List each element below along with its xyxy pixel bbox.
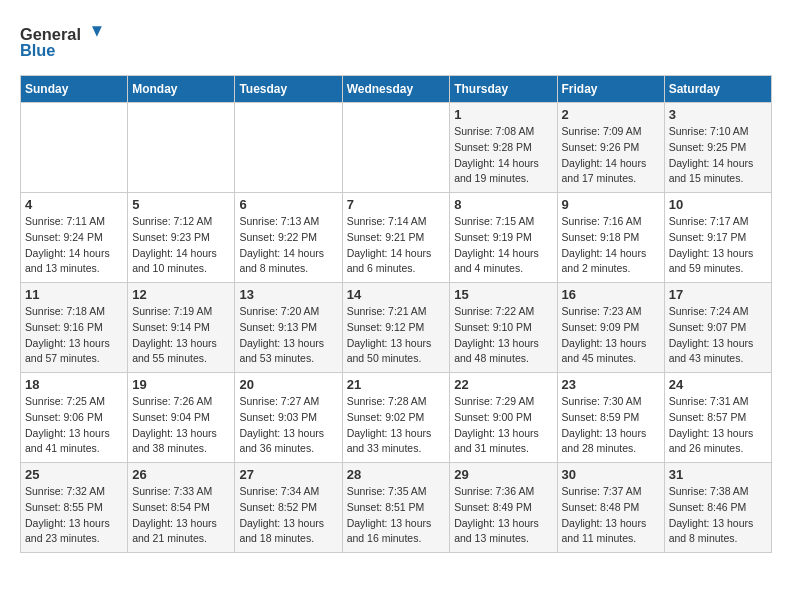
- day-number: 13: [239, 287, 337, 302]
- day-number: 3: [669, 107, 767, 122]
- day-info: Sunrise: 7:22 AMSunset: 9:10 PMDaylight:…: [454, 304, 552, 367]
- calendar-cell: 19Sunrise: 7:26 AMSunset: 9:04 PMDayligh…: [128, 373, 235, 463]
- day-number: 14: [347, 287, 446, 302]
- svg-text:Blue: Blue: [20, 41, 55, 59]
- weekday-header-friday: Friday: [557, 76, 664, 103]
- calendar-cell: 14Sunrise: 7:21 AMSunset: 9:12 PMDayligh…: [342, 283, 450, 373]
- calendar-cell: 23Sunrise: 7:30 AMSunset: 8:59 PMDayligh…: [557, 373, 664, 463]
- calendar-cell: 2Sunrise: 7:09 AMSunset: 9:26 PMDaylight…: [557, 103, 664, 193]
- calendar-cell: 21Sunrise: 7:28 AMSunset: 9:02 PMDayligh…: [342, 373, 450, 463]
- day-info: Sunrise: 7:33 AMSunset: 8:54 PMDaylight:…: [132, 484, 230, 547]
- calendar-cell: 7Sunrise: 7:14 AMSunset: 9:21 PMDaylight…: [342, 193, 450, 283]
- day-number: 7: [347, 197, 446, 212]
- calendar-week-row: 25Sunrise: 7:32 AMSunset: 8:55 PMDayligh…: [21, 463, 772, 553]
- weekday-header-wednesday: Wednesday: [342, 76, 450, 103]
- day-number: 23: [562, 377, 660, 392]
- day-info: Sunrise: 7:32 AMSunset: 8:55 PMDaylight:…: [25, 484, 123, 547]
- weekday-header-sunday: Sunday: [21, 76, 128, 103]
- weekday-header-monday: Monday: [128, 76, 235, 103]
- calendar-cell: 16Sunrise: 7:23 AMSunset: 9:09 PMDayligh…: [557, 283, 664, 373]
- day-number: 6: [239, 197, 337, 212]
- calendar-cell: 28Sunrise: 7:35 AMSunset: 8:51 PMDayligh…: [342, 463, 450, 553]
- day-number: 29: [454, 467, 552, 482]
- day-info: Sunrise: 7:19 AMSunset: 9:14 PMDaylight:…: [132, 304, 230, 367]
- day-info: Sunrise: 7:09 AMSunset: 9:26 PMDaylight:…: [562, 124, 660, 187]
- day-info: Sunrise: 7:10 AMSunset: 9:25 PMDaylight:…: [669, 124, 767, 187]
- calendar-cell: 13Sunrise: 7:20 AMSunset: 9:13 PMDayligh…: [235, 283, 342, 373]
- calendar-week-row: 1Sunrise: 7:08 AMSunset: 9:28 PMDaylight…: [21, 103, 772, 193]
- calendar-cell: 1Sunrise: 7:08 AMSunset: 9:28 PMDaylight…: [450, 103, 557, 193]
- weekday-header-thursday: Thursday: [450, 76, 557, 103]
- day-info: Sunrise: 7:21 AMSunset: 9:12 PMDaylight:…: [347, 304, 446, 367]
- day-info: Sunrise: 7:36 AMSunset: 8:49 PMDaylight:…: [454, 484, 552, 547]
- calendar-cell: [21, 103, 128, 193]
- day-info: Sunrise: 7:31 AMSunset: 8:57 PMDaylight:…: [669, 394, 767, 457]
- day-info: Sunrise: 7:13 AMSunset: 9:22 PMDaylight:…: [239, 214, 337, 277]
- day-number: 4: [25, 197, 123, 212]
- day-number: 30: [562, 467, 660, 482]
- day-info: Sunrise: 7:11 AMSunset: 9:24 PMDaylight:…: [25, 214, 123, 277]
- calendar-cell: 18Sunrise: 7:25 AMSunset: 9:06 PMDayligh…: [21, 373, 128, 463]
- calendar-cell: 12Sunrise: 7:19 AMSunset: 9:14 PMDayligh…: [128, 283, 235, 373]
- day-number: 27: [239, 467, 337, 482]
- day-number: 16: [562, 287, 660, 302]
- day-number: 28: [347, 467, 446, 482]
- calendar-cell: 22Sunrise: 7:29 AMSunset: 9:00 PMDayligh…: [450, 373, 557, 463]
- day-number: 11: [25, 287, 123, 302]
- calendar-cell: [128, 103, 235, 193]
- day-number: 22: [454, 377, 552, 392]
- svg-marker-2: [92, 26, 102, 37]
- calendar-cell: [235, 103, 342, 193]
- calendar-cell: 30Sunrise: 7:37 AMSunset: 8:48 PMDayligh…: [557, 463, 664, 553]
- day-info: Sunrise: 7:25 AMSunset: 9:06 PMDaylight:…: [25, 394, 123, 457]
- day-info: Sunrise: 7:29 AMSunset: 9:00 PMDaylight:…: [454, 394, 552, 457]
- day-info: Sunrise: 7:18 AMSunset: 9:16 PMDaylight:…: [25, 304, 123, 367]
- day-number: 17: [669, 287, 767, 302]
- calendar-cell: 4Sunrise: 7:11 AMSunset: 9:24 PMDaylight…: [21, 193, 128, 283]
- day-info: Sunrise: 7:14 AMSunset: 9:21 PMDaylight:…: [347, 214, 446, 277]
- calendar-cell: 17Sunrise: 7:24 AMSunset: 9:07 PMDayligh…: [664, 283, 771, 373]
- day-number: 5: [132, 197, 230, 212]
- day-number: 8: [454, 197, 552, 212]
- day-info: Sunrise: 7:35 AMSunset: 8:51 PMDaylight:…: [347, 484, 446, 547]
- day-info: Sunrise: 7:28 AMSunset: 9:02 PMDaylight:…: [347, 394, 446, 457]
- calendar-cell: 9Sunrise: 7:16 AMSunset: 9:18 PMDaylight…: [557, 193, 664, 283]
- day-number: 9: [562, 197, 660, 212]
- day-number: 25: [25, 467, 123, 482]
- calendar-cell: 25Sunrise: 7:32 AMSunset: 8:55 PMDayligh…: [21, 463, 128, 553]
- calendar-cell: 6Sunrise: 7:13 AMSunset: 9:22 PMDaylight…: [235, 193, 342, 283]
- calendar-cell: 10Sunrise: 7:17 AMSunset: 9:17 PMDayligh…: [664, 193, 771, 283]
- page-header: General Blue: [20, 20, 772, 65]
- day-number: 21: [347, 377, 446, 392]
- calendar-cell: [342, 103, 450, 193]
- calendar-table: SundayMondayTuesdayWednesdayThursdayFrid…: [20, 75, 772, 553]
- day-number: 18: [25, 377, 123, 392]
- day-number: 12: [132, 287, 230, 302]
- calendar-cell: 26Sunrise: 7:33 AMSunset: 8:54 PMDayligh…: [128, 463, 235, 553]
- calendar-week-row: 18Sunrise: 7:25 AMSunset: 9:06 PMDayligh…: [21, 373, 772, 463]
- day-info: Sunrise: 7:30 AMSunset: 8:59 PMDaylight:…: [562, 394, 660, 457]
- calendar-cell: 27Sunrise: 7:34 AMSunset: 8:52 PMDayligh…: [235, 463, 342, 553]
- day-info: Sunrise: 7:27 AMSunset: 9:03 PMDaylight:…: [239, 394, 337, 457]
- calendar-cell: 8Sunrise: 7:15 AMSunset: 9:19 PMDaylight…: [450, 193, 557, 283]
- weekday-header-tuesday: Tuesday: [235, 76, 342, 103]
- day-info: Sunrise: 7:23 AMSunset: 9:09 PMDaylight:…: [562, 304, 660, 367]
- day-number: 26: [132, 467, 230, 482]
- day-number: 24: [669, 377, 767, 392]
- calendar-cell: 5Sunrise: 7:12 AMSunset: 9:23 PMDaylight…: [128, 193, 235, 283]
- calendar-cell: 15Sunrise: 7:22 AMSunset: 9:10 PMDayligh…: [450, 283, 557, 373]
- day-number: 2: [562, 107, 660, 122]
- calendar-cell: 3Sunrise: 7:10 AMSunset: 9:25 PMDaylight…: [664, 103, 771, 193]
- calendar-week-row: 11Sunrise: 7:18 AMSunset: 9:16 PMDayligh…: [21, 283, 772, 373]
- day-info: Sunrise: 7:17 AMSunset: 9:17 PMDaylight:…: [669, 214, 767, 277]
- day-info: Sunrise: 7:08 AMSunset: 9:28 PMDaylight:…: [454, 124, 552, 187]
- weekday-header-saturday: Saturday: [664, 76, 771, 103]
- day-number: 19: [132, 377, 230, 392]
- day-info: Sunrise: 7:38 AMSunset: 8:46 PMDaylight:…: [669, 484, 767, 547]
- svg-text:General: General: [20, 25, 81, 43]
- calendar-cell: 20Sunrise: 7:27 AMSunset: 9:03 PMDayligh…: [235, 373, 342, 463]
- day-number: 15: [454, 287, 552, 302]
- day-number: 1: [454, 107, 552, 122]
- day-info: Sunrise: 7:37 AMSunset: 8:48 PMDaylight:…: [562, 484, 660, 547]
- logo: General Blue: [20, 20, 110, 65]
